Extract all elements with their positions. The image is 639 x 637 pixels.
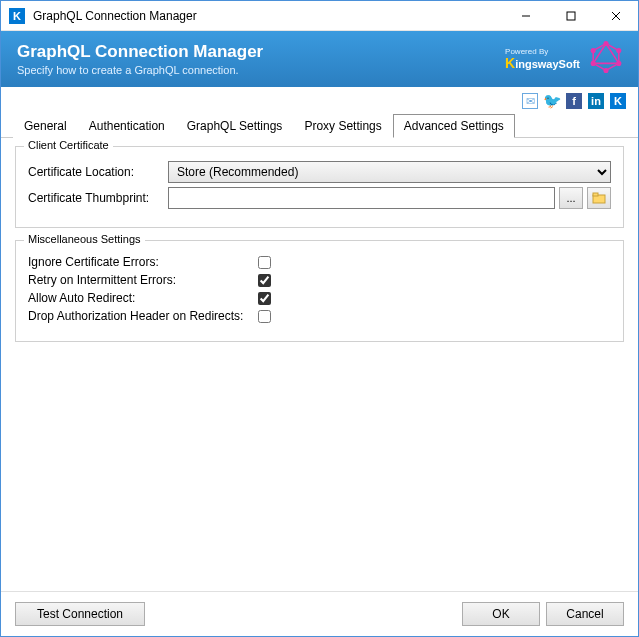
header-logos: Powered By KingswaySoft xyxy=(505,41,622,77)
header-text: GraphQL Connection Manager Specify how t… xyxy=(17,42,263,76)
allow-redirect-label: Allow Auto Redirect: xyxy=(28,291,258,305)
tab-content: Client Certificate Certificate Location:… xyxy=(1,138,638,591)
header-title: GraphQL Connection Manager xyxy=(17,42,263,62)
dialog-window: K GraphQL Connection Manager GraphQL Con… xyxy=(0,0,639,637)
window-controls xyxy=(503,1,638,30)
powered-by-label: Powered By xyxy=(505,48,580,56)
app-icon: K xyxy=(9,8,25,24)
tab-graphql-settings[interactable]: GraphQL Settings xyxy=(176,114,294,138)
maximize-icon xyxy=(566,11,576,21)
svg-point-9 xyxy=(603,68,608,73)
titlebar: K GraphQL Connection Manager xyxy=(1,1,638,31)
certificate-location-select[interactable]: Store (Recommended) xyxy=(168,161,611,183)
client-certificate-group: Client Certificate Certificate Location:… xyxy=(15,146,624,228)
svg-point-8 xyxy=(616,61,621,66)
minimize-button[interactable] xyxy=(503,1,548,30)
drop-auth-header-label: Drop Authorization Header on Redirects: xyxy=(28,309,258,323)
maximize-button[interactable] xyxy=(548,1,593,30)
cancel-button[interactable]: Cancel xyxy=(546,602,624,626)
graphql-icon xyxy=(590,41,622,77)
social-links: ✉ 🐦 f in K xyxy=(1,87,638,113)
svg-rect-1 xyxy=(567,12,575,20)
svg-point-10 xyxy=(591,61,596,66)
tab-general[interactable]: General xyxy=(13,114,78,138)
retry-errors-label: Retry on Intermittent Errors: xyxy=(28,273,258,287)
drop-auth-header-checkbox[interactable] xyxy=(258,310,271,323)
header-banner: GraphQL Connection Manager Specify how t… xyxy=(1,31,638,87)
tab-proxy-settings[interactable]: Proxy Settings xyxy=(293,114,392,138)
header-subtitle: Specify how to create a GraphQL connecti… xyxy=(17,64,263,76)
close-icon xyxy=(611,11,621,21)
miscellaneous-settings-group: Miscellaneous Settings Ignore Certificat… xyxy=(15,240,624,342)
kingswaysoft-icon[interactable]: K xyxy=(610,93,626,109)
tab-advanced-settings[interactable]: Advanced Settings xyxy=(393,114,515,138)
tab-bar: General Authentication GraphQL Settings … xyxy=(1,113,638,138)
certificate-location-label: Certificate Location: xyxy=(28,165,168,179)
retry-errors-checkbox[interactable] xyxy=(258,274,271,287)
ignore-cert-errors-label: Ignore Certificate Errors: xyxy=(28,255,258,269)
footer-bar: Test Connection OK Cancel xyxy=(1,591,638,636)
certificate-thumbprint-label: Certificate Thumbprint: xyxy=(28,191,168,205)
window-title: GraphQL Connection Manager xyxy=(33,9,503,23)
thumbprint-browse-button[interactable]: ... xyxy=(559,187,583,209)
close-button[interactable] xyxy=(593,1,638,30)
miscellaneous-legend: Miscellaneous Settings xyxy=(24,233,145,245)
ignore-cert-errors-checkbox[interactable] xyxy=(258,256,271,269)
minimize-icon xyxy=(521,11,531,21)
test-connection-button[interactable]: Test Connection xyxy=(15,602,145,626)
thumbprint-folder-button[interactable] xyxy=(587,187,611,209)
allow-redirect-checkbox[interactable] xyxy=(258,292,271,305)
svg-point-6 xyxy=(603,41,608,46)
ok-button[interactable]: OK xyxy=(462,602,540,626)
client-certificate-legend: Client Certificate xyxy=(24,139,113,151)
certificate-thumbprint-input[interactable] xyxy=(168,187,555,209)
svg-point-11 xyxy=(591,48,596,53)
facebook-icon[interactable]: f xyxy=(566,93,582,109)
linkedin-icon[interactable]: in xyxy=(588,93,604,109)
svg-rect-13 xyxy=(593,193,598,196)
folder-icon xyxy=(592,192,606,204)
tab-authentication[interactable]: Authentication xyxy=(78,114,176,138)
svg-marker-5 xyxy=(593,44,619,64)
email-icon[interactable]: ✉ xyxy=(522,93,538,109)
svg-point-7 xyxy=(616,48,621,53)
kingswaysoft-logo: Powered By KingswaySoft xyxy=(505,48,580,70)
brand-name: ingswaySoft xyxy=(515,58,580,70)
twitter-icon[interactable]: 🐦 xyxy=(544,93,560,109)
